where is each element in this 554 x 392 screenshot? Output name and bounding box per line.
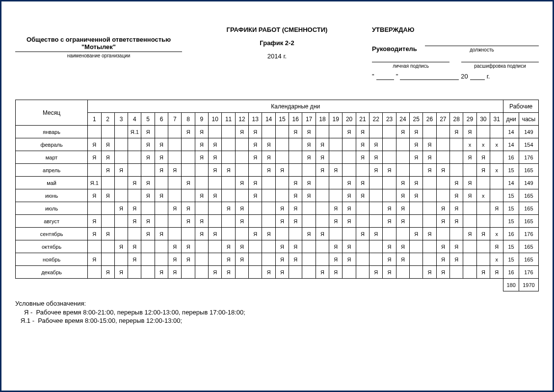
- day-cell: Я: [343, 215, 356, 228]
- header-day-19: 19: [329, 113, 343, 126]
- day-cell: Я: [396, 126, 409, 138]
- row-total-days: 14: [503, 126, 519, 138]
- day-cell: [302, 266, 316, 279]
- day-cell: [141, 240, 155, 253]
- day-cell: [450, 164, 463, 177]
- day-cell: Я: [396, 240, 409, 253]
- day-cell: [114, 215, 128, 228]
- day-cell: Я: [275, 164, 289, 177]
- day-cell: Я: [88, 138, 101, 151]
- day-cell: [249, 164, 262, 177]
- day-cell: Я: [182, 177, 195, 189]
- day-cell: [476, 253, 490, 266]
- day-cell: [410, 215, 423, 228]
- day-cell: Я: [128, 177, 141, 189]
- day-cell: [436, 126, 449, 138]
- approval-title: УТВЕРЖДАЮ: [372, 26, 539, 33]
- header-day-21: 21: [356, 113, 369, 126]
- day-cell: [128, 189, 141, 202]
- day-cell: Я: [195, 189, 208, 202]
- day-cell: [262, 177, 275, 189]
- day-cell: Я: [101, 266, 114, 279]
- header-day-2: 2: [101, 113, 114, 126]
- row-total-days: 15: [503, 253, 519, 266]
- header-day-23: 23: [383, 113, 396, 126]
- row-total-days: 15: [503, 202, 519, 215]
- day-cell: Я: [222, 253, 235, 266]
- day-cell: [114, 228, 128, 240]
- day-cell: Я: [343, 126, 356, 138]
- day-cell: [209, 215, 222, 228]
- day-cell: [369, 126, 383, 138]
- day-cell: Я: [141, 215, 155, 228]
- day-cell: Я: [343, 189, 356, 202]
- header-work: Рабочие: [503, 100, 539, 113]
- day-cell: [182, 189, 195, 202]
- day-cell: Я: [209, 266, 222, 279]
- day-cell: Я: [316, 228, 329, 240]
- day-cell: Я: [369, 266, 383, 279]
- day-cell: [249, 202, 262, 215]
- day-cell: Я: [396, 189, 409, 202]
- day-cell: [209, 126, 222, 138]
- day-cell: Я: [235, 253, 248, 266]
- day-cell: Я: [383, 240, 396, 253]
- day-cell: [316, 253, 329, 266]
- day-cell: Я: [343, 240, 356, 253]
- day-cell: Я: [423, 138, 436, 151]
- day-cell: Я: [101, 138, 114, 151]
- day-cell: [316, 177, 329, 189]
- organization-block: Общество с ограниченной ответственностью…: [15, 26, 182, 58]
- row-total-days: 14: [503, 177, 519, 189]
- day-cell: [249, 215, 262, 228]
- day-cell: [316, 240, 329, 253]
- document-title: ГРАФИКИ РАБОТ (СМЕННОСТИ): [192, 26, 362, 33]
- day-cell: Я: [289, 177, 302, 189]
- day-cell: [168, 138, 182, 151]
- totals-row: 1801970: [16, 279, 539, 291]
- day-cell: [356, 202, 369, 215]
- day-cell: [436, 138, 449, 151]
- day-cell: [450, 266, 463, 279]
- day-cell: [423, 189, 436, 202]
- day-cell: [316, 126, 329, 138]
- month-cell: январь: [16, 126, 88, 138]
- day-cell: [369, 202, 383, 215]
- day-cell: Я: [114, 240, 128, 253]
- day-cell: [128, 164, 141, 177]
- day-cell: [436, 177, 449, 189]
- day-cell: [182, 138, 195, 151]
- day-cell: [195, 164, 208, 177]
- header-day-18: 18: [316, 113, 329, 126]
- day-cell: [436, 228, 449, 240]
- day-cell: Я: [423, 151, 436, 164]
- header-day-5: 5: [141, 113, 155, 126]
- legend-block: Условные обозначения: Я - Рабочее время …: [15, 299, 539, 325]
- day-cell: Я: [128, 253, 141, 266]
- day-cell: [114, 177, 128, 189]
- day-cell: Я: [262, 138, 275, 151]
- day-cell: [369, 177, 383, 189]
- header-day-22: 22: [369, 113, 383, 126]
- table-body: январьЯ.1ЯЯЯЯЯЯЯЯЯЯЯЯЯ14149февральЯЯЯЯЯЯ…: [16, 126, 539, 291]
- header-day-14: 14: [262, 113, 275, 126]
- day-header-row: 1234567891011121314151617181920212223242…: [16, 113, 539, 126]
- table-row: июньЯЯЯЯЯЯЯЯЯЯЯЯЯЯЯx15165: [16, 189, 539, 202]
- day-cell: [329, 228, 343, 240]
- day-cell: [88, 240, 101, 253]
- day-cell: Я: [450, 177, 463, 189]
- day-cell: Я: [410, 151, 423, 164]
- day-cell: [383, 138, 396, 151]
- day-cell: Я: [410, 138, 423, 151]
- day-cell: Я: [88, 189, 101, 202]
- day-cell: Я: [436, 266, 449, 279]
- day-cell: [463, 215, 476, 228]
- day-cell: Я: [436, 202, 449, 215]
- day-cell: [128, 266, 141, 279]
- day-cell: Я: [222, 266, 235, 279]
- day-cell: Я: [316, 164, 329, 177]
- day-cell: Я: [356, 189, 369, 202]
- day-cell: [262, 202, 275, 215]
- day-cell: [410, 266, 423, 279]
- day-cell: Я: [262, 228, 275, 240]
